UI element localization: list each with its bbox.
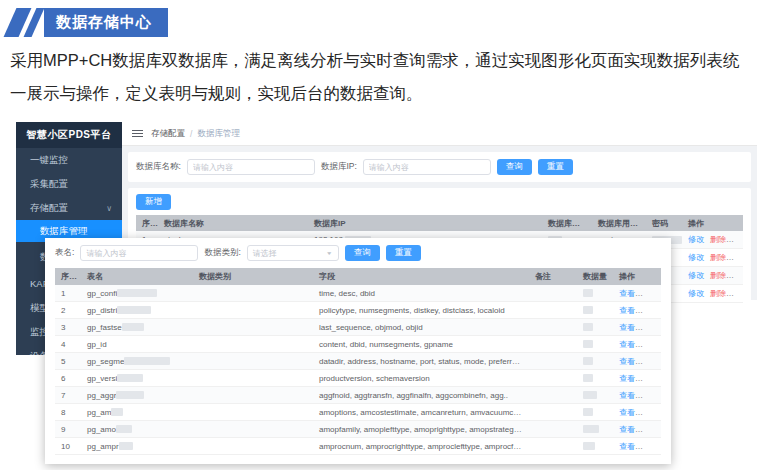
data-type-label: 数据类别: [204,247,240,259]
table-list: 序号 表名 数据类别 字段 备注 数据量 操作 1 gp_confi time,… [45,268,671,455]
view-link[interactable]: 查看 [619,289,635,298]
add-button[interactable]: 新增 [136,194,171,210]
table-name-label: 表名: [55,247,74,259]
table-row: 5 gp_segme datadir, address, hostname, p… [55,353,661,370]
edit-link[interactable]: 修改 [688,253,704,262]
table-list-panel: 表名: 数据类别: 请选择 ▼ 查询 重置 序号 表名 数据类别 字段 备注 数… [45,238,671,464]
table-name-input[interactable] [80,245,198,261]
delete-link[interactable]: 删除 [710,271,726,280]
redacted-blur [583,306,593,314]
db-name-input[interactable] [187,159,315,175]
collapse-menu-icon[interactable] [132,130,143,137]
redacted-blur [119,442,133,450]
data-detail-link[interactable]: 数据详情 [641,425,661,434]
redacted-blur [583,357,593,365]
chevron-down-icon: ∨ [106,204,112,213]
edit-link[interactable]: 修改 [688,271,704,280]
section-banner: 数据存储中心 [10,8,168,37]
table-list-header: 序号 表名 数据类别 字段 备注 数据量 操作 [55,268,661,285]
redacted-blur [583,442,595,450]
redacted-blur [117,289,157,297]
table-row: 9 pg_amo amopfamily, amoplefttype, amopr… [55,421,661,438]
redacted-blur [583,425,599,433]
redacted-blur [583,289,593,297]
table-row: 10 pg_ampr amprocnum, amprocrighttype, a… [55,438,661,455]
data-detail-link[interactable]: 数据详情 [641,374,661,383]
view-link[interactable]: 查看 [619,306,635,315]
intro-paragraph: 采用MPP+CH数据库双数据库，满足离线分析与实时查询需求，通过实现图形化页面实… [10,44,752,110]
breadcrumb-current: 数据库管理 [197,128,240,140]
data-detail-link[interactable]: 数据详情 [641,357,661,366]
redacted-blur [583,340,593,348]
table-row: 2 gp_distri policytype, numsegments, dis… [55,302,661,319]
breadcrumb: 存储配置 / 数据库管理 [151,128,240,140]
table-filter-bar: 表名: 数据类别: 请选择 ▼ 查询 重置 [45,238,671,268]
delete-link[interactable]: 删除 [710,253,726,262]
query-button[interactable]: 查询 [497,159,532,175]
data-detail-link[interactable]: 数据详情 [641,408,661,417]
data-detail-link[interactable]: 数据详情 [641,306,661,315]
redacted-blur [117,306,151,314]
db-filter-bar: 数据库名称: 数据库IP: 查询 重置 [128,152,751,182]
data-type-select[interactable]: 请选择 ▼ [247,245,339,261]
sidebar-item-storage-config[interactable]: 存储配置 ∨ [16,196,122,220]
db-ip-label: 数据库IP: [321,161,357,173]
app-brand: 智慧小区PDS平台 [16,122,122,148]
breadcrumb-separator: / [190,129,192,139]
db-name-label: 数据库名称: [136,161,181,173]
table-row: 8 pg_am amoptions, amcostestimate, amcan… [55,404,661,421]
reset-button[interactable]: 重置 [386,245,421,261]
db-table-header: 序号 数据库名称 数据库IP 数据库端口 数据库用户名 密码 操作 [136,215,743,231]
data-detail-link[interactable]: 数据详情 [641,289,661,298]
query-button[interactable]: 查询 [345,245,380,261]
view-link[interactable]: 查看 [619,408,635,417]
delete-link[interactable]: 删除 [710,235,726,244]
redacted-blur [117,374,143,382]
data-detail-link[interactable]: 数据详情 [641,442,661,451]
view-link[interactable]: 查看 [619,323,635,332]
data-detail-link[interactable]: 数据详情 [641,391,661,400]
sidebar-item-collect-config[interactable]: 采集配置 [16,172,122,196]
data-detail-link[interactable]: 数据详情 [641,340,661,349]
table-row: 6 gp_versi productversion, schemaversion… [55,370,661,387]
topbar: 存储配置 / 数据库管理 [122,122,757,146]
table-row: 1 gp_confi time, desc, dbid 查看数据详情 [55,285,661,302]
redacted-blur [111,408,123,416]
db-ip-input[interactable] [363,159,491,175]
table-row: 3 gp_fastse last_sequence, objmod, objid… [55,319,661,336]
sidebar-item-monitor[interactable]: 一键监控 [16,148,122,172]
edit-link[interactable]: 修改 [688,289,704,298]
view-link[interactable]: 查看 [619,357,635,366]
delete-link[interactable]: 删除 [710,289,726,298]
table-row: 7 pg_aggr aggfnoid, aggtransfn, aggfinal… [55,387,661,404]
page-title: 数据存储中心 [44,8,168,37]
table-row: 4 gp_id content, dbid, numsegments, gpna… [55,336,661,353]
redacted-blur [116,391,144,399]
redacted-blur [116,425,132,433]
view-link[interactable]: 查看 [619,374,635,383]
redacted-blur [124,357,170,365]
redacted-blur [583,391,597,399]
edit-link[interactable]: 修改 [688,235,704,244]
view-link[interactable]: 查看 [619,442,635,451]
data-detail-link[interactable]: 数据详情 [641,323,661,332]
view-link[interactable]: 查看 [619,340,635,349]
chevron-down-icon: ▼ [326,251,333,256]
view-link[interactable]: 查看 [619,391,635,400]
breadcrumb-parent[interactable]: 存储配置 [151,128,185,140]
redacted-blur [122,323,144,331]
redacted-blur [583,374,593,382]
redacted-blur [583,323,593,331]
view-link[interactable]: 查看 [619,425,635,434]
redacted-blur [583,408,593,416]
reset-button[interactable]: 重置 [538,159,573,175]
